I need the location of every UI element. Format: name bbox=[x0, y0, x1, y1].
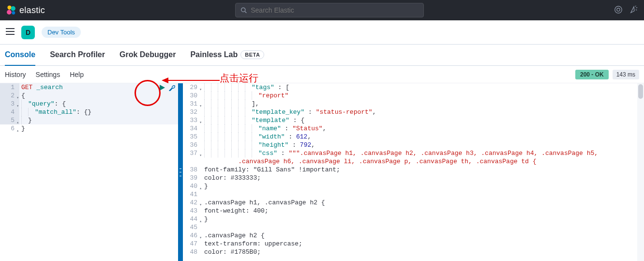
code-content: "match_all": {} bbox=[19, 108, 178, 116]
latency-badge: 143 ms bbox=[613, 70, 639, 79]
code-line[interactable]: 35"width" : 612, bbox=[183, 133, 644, 141]
code-line[interactable]: 31▾], bbox=[183, 100, 644, 108]
response-pane[interactable]: 29▾"tags" : [30"report"31▾],32"template_… bbox=[183, 83, 644, 261]
tab-console[interactable]: Console bbox=[5, 45, 35, 66]
code-line[interactable]: 42▾.canvasPage h1, .canvasPage h2 { bbox=[183, 199, 644, 207]
pane-splitter[interactable] bbox=[178, 83, 183, 261]
tab-painless-label: Painless Lab bbox=[190, 50, 238, 59]
code-line[interactable]: 41 bbox=[183, 190, 644, 199]
code-line[interactable]: 4"match_all": {} bbox=[0, 108, 178, 116]
code-line[interactable]: 3▾"query": { bbox=[0, 100, 178, 108]
code-line[interactable]: 47text-transform: uppercase; bbox=[183, 240, 644, 248]
code-line[interactable]: 45 bbox=[183, 223, 644, 231]
response-scrollbar[interactable] bbox=[637, 83, 644, 261]
code-content: "template" : { bbox=[202, 116, 644, 124]
code-content: "query": { bbox=[19, 100, 178, 108]
line-number: 33▾ bbox=[183, 116, 202, 124]
code-content: text-transform: uppercase; bbox=[202, 240, 644, 248]
line-number: 32 bbox=[183, 108, 202, 116]
code-line[interactable]: 40▴} bbox=[183, 182, 644, 190]
code-content: "width" : 612, bbox=[202, 133, 644, 141]
code-content: "report" bbox=[202, 92, 644, 100]
svg-point-4 bbox=[241, 8, 245, 12]
newsfeed-icon[interactable] bbox=[614, 5, 623, 15]
run-request-button[interactable] bbox=[159, 84, 165, 91]
tab-grok-debugger[interactable]: Grok Debugger bbox=[120, 45, 176, 66]
line-number: 3▾ bbox=[0, 100, 19, 108]
code-content: .canvasPage h2 { bbox=[202, 231, 644, 240]
nav-toggle-button[interactable] bbox=[6, 28, 15, 36]
line-number: 46▾ bbox=[183, 231, 202, 240]
code-line[interactable]: 43font-weight: 400; bbox=[183, 207, 644, 215]
code-content: { bbox=[19, 92, 178, 100]
line-number: 42▾ bbox=[183, 199, 202, 207]
svg-point-1 bbox=[11, 6, 15, 11]
code-line[interactable]: 33▾"template" : { bbox=[183, 116, 644, 124]
search-input[interactable] bbox=[251, 6, 419, 14]
line-number: 30 bbox=[183, 92, 202, 100]
code-line[interactable]: 32"template_key" : "status-report", bbox=[183, 108, 644, 116]
space-avatar[interactable]: D bbox=[21, 26, 35, 39]
code-line[interactable]: 29▾"tags" : [ bbox=[183, 83, 644, 92]
line-number: 1 bbox=[0, 83, 19, 92]
fold-icon[interactable]: ▾ bbox=[199, 151, 202, 159]
code-content: color: #333333; bbox=[202, 174, 644, 182]
tab-painless-lab[interactable]: Painless Lab BETA bbox=[190, 45, 264, 66]
code-line[interactable]: 38font-family: "Gill Sans" !important; bbox=[183, 166, 644, 174]
code-content bbox=[202, 223, 644, 231]
code-content: } bbox=[19, 124, 178, 133]
code-content: "tags" : [ bbox=[202, 83, 644, 92]
code-line[interactable]: 46▾.canvasPage h2 { bbox=[183, 231, 644, 240]
svg-line-10 bbox=[636, 10, 637, 10]
code-line[interactable]: 1GET _search bbox=[0, 83, 178, 92]
line-number: 47 bbox=[183, 240, 202, 248]
app-header: D Dev Tools bbox=[0, 20, 644, 45]
elastic-logo-icon bbox=[6, 5, 16, 15]
code-line[interactable]: 36"height" : 792, bbox=[183, 141, 644, 149]
console-editor-area: 1GET _search2▾{3▾"query": {4"match_all":… bbox=[0, 83, 644, 261]
breadcrumb-devtools[interactable]: Dev Tools bbox=[42, 27, 81, 38]
line-number: 44▴ bbox=[183, 215, 202, 223]
fold-icon[interactable]: ▴ bbox=[16, 126, 19, 135]
tab-search-profiler[interactable]: Search Profiler bbox=[50, 45, 105, 66]
line-number: 38 bbox=[183, 166, 202, 174]
line-number: 45 bbox=[183, 223, 202, 231]
code-line[interactable]: 2▾{ bbox=[0, 92, 178, 100]
code-line[interactable]: 5▴} bbox=[0, 116, 178, 124]
svg-line-9 bbox=[636, 7, 638, 8]
svg-point-6 bbox=[615, 6, 622, 13]
code-content: ], bbox=[202, 100, 644, 108]
code-content: font-weight: 400; bbox=[202, 207, 644, 215]
status-badge: 200 - OK bbox=[575, 70, 609, 79]
code-line[interactable]: 44▴} bbox=[183, 215, 644, 223]
code-line[interactable]: 37▾"css" : """.canvasPage h1, .canvasPag… bbox=[183, 149, 644, 166]
code-line[interactable]: 34"name" : "Status", bbox=[183, 124, 644, 133]
code-line[interactable]: 30"report" bbox=[183, 92, 644, 100]
code-content bbox=[202, 190, 644, 199]
code-content: font-family: "Gill Sans" !important; bbox=[202, 166, 644, 174]
line-number: 4 bbox=[0, 108, 19, 116]
scrollbar-thumb[interactable] bbox=[638, 84, 643, 99]
code-content: "name" : "Status", bbox=[202, 124, 644, 133]
request-pane[interactable]: 1GET _search2▾{3▾"query": {4"match_all":… bbox=[0, 83, 178, 261]
code-line[interactable]: 48color: #1785B0; bbox=[183, 248, 644, 256]
line-number: 39 bbox=[183, 174, 202, 182]
history-button[interactable]: History bbox=[5, 71, 26, 78]
brand-name: elastic bbox=[19, 5, 45, 15]
settings-button[interactable]: Settings bbox=[36, 71, 60, 78]
code-content: } bbox=[19, 116, 178, 124]
brand-logo[interactable]: elastic bbox=[6, 5, 45, 15]
code-content: "template_key" : "status-report", bbox=[202, 108, 644, 116]
code-line[interactable]: 39color: #333333; bbox=[183, 174, 644, 182]
code-line[interactable]: 6▴} bbox=[0, 124, 178, 133]
svg-point-2 bbox=[7, 10, 12, 15]
cheer-icon[interactable] bbox=[629, 5, 638, 15]
request-options-button[interactable] bbox=[168, 84, 175, 91]
console-toolbar: History Settings Help 200 - OK 143 ms bbox=[0, 66, 644, 83]
line-number: 41 bbox=[183, 190, 202, 199]
search-icon bbox=[240, 7, 247, 14]
global-search[interactable] bbox=[235, 3, 424, 17]
hamburger-icon bbox=[6, 28, 15, 35]
help-button[interactable]: Help bbox=[70, 71, 84, 78]
devtools-tabs: Console Search Profiler Grok Debugger Pa… bbox=[0, 45, 644, 66]
